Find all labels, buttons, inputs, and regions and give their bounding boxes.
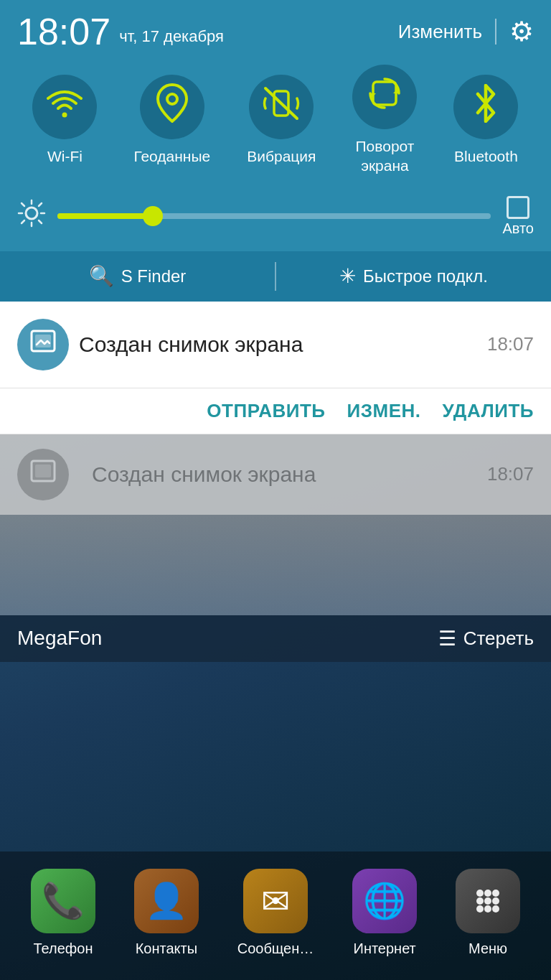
action-delete[interactable]: УДАЛИТЬ (443, 400, 534, 422)
notification-card-2: Создан снимок экрана 18:07 (0, 434, 551, 515)
toggle-bluetooth[interactable]: Bluetooth (453, 75, 518, 166)
quickconnect-label: Быстрое подкл. (363, 266, 488, 286)
status-date: чт, 17 декабря (119, 27, 224, 50)
edit-button[interactable]: Изменить (398, 21, 482, 43)
toggle-label-rotation: Поворотэкрана (356, 136, 415, 176)
svg-point-22 (492, 890, 499, 897)
settings-icon[interactable]: ⚙ (509, 16, 534, 47)
toggle-circle-vibration (249, 75, 314, 139)
brightness-row: Авто (0, 190, 551, 251)
dock-internet-label: Интернет (354, 941, 416, 957)
brightness-thumb (143, 206, 163, 226)
sfinder-button[interactable]: 🔍 S Finder (0, 251, 275, 302)
bluetooth-icon (469, 84, 502, 130)
carrier-name: MegaFon (17, 627, 102, 650)
toggle-geodata[interactable]: Геоданные (133, 75, 210, 166)
brightness-icon (17, 199, 46, 234)
notif-title: Создан снимок экрана (69, 332, 480, 357)
screenshot-icon-dim (29, 457, 57, 491)
internet-icon: 🌐 (363, 881, 406, 921)
notif-top-row: Создан снимок экрана 18:07 (17, 319, 534, 388)
dock-phone[interactable]: 📞 Телефон (31, 869, 95, 957)
dock-phone-label: Телефон (33, 941, 93, 957)
svg-point-24 (484, 897, 491, 905)
phone-icon: 📞 (42, 881, 85, 921)
toggle-label-wifi: Wi-Fi (47, 146, 83, 166)
brightness-slider[interactable] (57, 213, 491, 219)
phone-icon-bg: 📞 (31, 869, 95, 933)
dock-menu[interactable]: Меню (456, 869, 520, 957)
vibration-icon (263, 85, 300, 129)
wifi-icon (47, 88, 83, 126)
dock-contacts[interactable]: 👤 Контакты (134, 869, 199, 957)
auto-brightness[interactable]: Авто (502, 196, 534, 237)
svg-point-28 (492, 905, 499, 913)
action-edit[interactable]: ИЗМЕН. (347, 400, 421, 422)
rotation-icon (366, 75, 403, 119)
quick-settings-panel: 18:07 чт, 17 декабря Изменить ⚙ (0, 0, 551, 302)
svg-line-12 (22, 203, 24, 206)
messages-icon-bg: ✉ (243, 869, 308, 933)
blur-area (0, 515, 551, 615)
dock-contacts-label: Контакты (136, 941, 197, 957)
svg-rect-19 (35, 465, 51, 477)
status-bar: 18:07 чт, 17 декабря Изменить ⚙ (0, 0, 551, 57)
status-left: 18:07 чт, 17 декабря (17, 13, 224, 50)
toggle-vibration[interactable]: Вибрация (247, 75, 316, 166)
internet-icon-bg: 🌐 (352, 869, 417, 933)
notif-title-dim: Создан снимок экрана (82, 462, 474, 487)
svg-point-20 (476, 890, 484, 897)
sfinder-label: S Finder (121, 266, 187, 286)
svg-point-23 (476, 897, 484, 905)
toggle-label-vibration: Вибрация (247, 146, 316, 166)
svg-line-15 (22, 220, 24, 223)
messages-icon: ✉ (261, 881, 290, 921)
quickconnect-button[interactable]: ✳ Быстрое подкл. (276, 251, 551, 302)
content-area: Создан снимок экрана 18:07 ОТПРАВИТЬ ИЗМ… (0, 302, 551, 980)
notification-card-1: Создан снимок экрана 18:07 (0, 302, 551, 388)
divider (495, 19, 496, 45)
svg-line-14 (39, 203, 42, 206)
action-send[interactable]: ОТПРАВИТЬ (207, 400, 325, 422)
notif-icon-bg-dim (17, 449, 69, 500)
dock-menu-label: Меню (468, 941, 507, 957)
svg-point-0 (62, 112, 67, 117)
notification-actions: ОТПРАВИТЬ ИЗМЕН. УДАЛИТЬ (0, 388, 551, 434)
menu-icon-bg (456, 869, 520, 933)
toggle-rotation[interactable]: Поворотэкрана (352, 65, 417, 176)
svg-rect-4 (373, 82, 396, 105)
toggle-wifi[interactable]: Wi-Fi (32, 75, 97, 166)
dock-messages[interactable]: ✉ Сообщен… (237, 869, 314, 957)
status-right: Изменить ⚙ (398, 16, 534, 47)
toggle-label-geodata: Геоданные (133, 146, 210, 166)
toggle-circle-geodata (140, 75, 204, 139)
toggle-circle-wifi (32, 75, 97, 139)
notif-time: 18:07 (480, 333, 534, 355)
svg-point-27 (484, 905, 491, 913)
svg-point-1 (167, 94, 177, 104)
svg-point-26 (476, 905, 484, 913)
dock-messages-label: Сообщен… (237, 941, 314, 957)
contacts-icon: 👤 (145, 881, 188, 921)
toggle-circle-bluetooth (453, 75, 518, 139)
clear-button[interactable]: ☰ Стереть (438, 627, 534, 650)
notif-time-dim: 18:07 (487, 463, 534, 485)
page: 18:07 чт, 17 декабря Изменить ⚙ (0, 0, 551, 980)
svg-point-21 (484, 890, 491, 897)
notification-overlay: Создан снимок экрана 18:07 ОТПРАВИТЬ ИЗМ… (0, 302, 551, 662)
location-icon (154, 83, 190, 130)
quickconnect-icon: ✳ (339, 264, 356, 288)
toggle-circle-rotation (352, 65, 417, 129)
auto-checkbox[interactable] (507, 196, 529, 219)
toggle-label-bluetooth: Bluetooth (454, 146, 518, 166)
search-icon: 🔍 (89, 264, 114, 288)
auto-label-text: Авто (502, 220, 534, 237)
brightness-fill (57, 213, 153, 219)
status-time: 18:07 (17, 13, 110, 50)
screenshot-icon (29, 327, 57, 361)
bottom-bar: MegaFon ☰ Стереть (0, 615, 551, 662)
svg-point-25 (492, 897, 499, 905)
svg-line-3 (265, 88, 297, 118)
dock-internet[interactable]: 🌐 Интернет (352, 869, 417, 957)
contacts-icon-bg: 👤 (134, 869, 199, 933)
